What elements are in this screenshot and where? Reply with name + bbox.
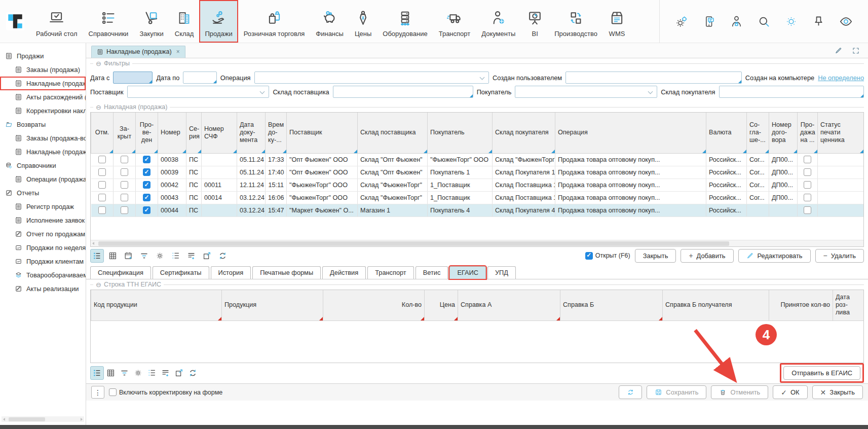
add-list-button[interactable] [159,366,172,380]
device-messages-icon[interactable] [702,15,716,28]
column-header[interactable]: Код продукции [91,290,222,320]
column-header[interactable]: Справка Б получателя [663,290,769,320]
brightness-icon[interactable] [784,15,798,28]
table-row[interactable]: 00043 ПС 00014 03.12.24 16:06 "ФьюженТор… [91,191,864,204]
detail-tab[interactable]: Транспорт [367,266,414,279]
collapse-icon[interactable]: ⊖ [96,60,101,67]
sidebar-item-request-fulfillment[interactable]: Исполнение заявок ( [0,213,86,227]
open-f6-checkbox[interactable]: Открыт (F6) [585,252,630,260]
sidebar-item-sales-by-week[interactable]: Продажи по неделям [0,241,86,255]
column-header[interactable]: Справка Б [560,290,663,320]
view-table-button[interactable] [106,249,120,263]
numbered-list-button[interactable] [145,366,159,380]
save-button[interactable]: Сохранить [647,385,706,399]
egais-group-header[interactable]: ⊖Строка ТТН ЕГАИС [86,279,868,290]
cancel-button[interactable]: Отменить [711,385,768,399]
filter-button[interactable] [118,366,131,380]
menu-item-retail[interactable]: Розничная торговля [238,0,311,43]
enable-correction-checkbox[interactable]: Включить корректировку на форме [109,388,222,396]
buyer-select[interactable] [515,86,657,98]
closed-checkbox[interactable] [121,156,128,163]
menu-item-finance[interactable]: Финансы [310,0,349,43]
mark-checkbox[interactable] [98,156,106,163]
posted-checkbox[interactable] [143,206,150,214]
detail-tab[interactable]: УПД [487,266,516,279]
column-header[interactable]: Статус печати ценника [818,113,864,153]
open-window-button[interactable] [200,249,214,263]
column-header[interactable]: Валюта [706,113,747,153]
detail-tab[interactable]: Ветис [416,266,448,279]
detail-tab[interactable]: Сертификаты [153,266,209,279]
collapse-icon[interactable]: ⊖ [96,281,101,289]
view-list-button[interactable] [90,249,104,263]
sidebar-item-reports[interactable]: Отчеты [0,186,86,200]
view-list-button[interactable] [90,366,104,380]
detail-tab[interactable]: Спецификация [90,266,151,279]
open-window-button[interactable] [172,366,186,380]
column-header[interactable]: Поставщик [287,113,358,153]
mark-checkbox[interactable] [98,206,106,214]
supplier-select[interactable] [127,86,270,98]
refresh-button[interactable] [216,249,230,263]
column-header[interactable]: Кол-во [323,290,425,320]
sale-checkbox[interactable] [804,194,811,201]
column-header[interactable]: Про- ве- ден [136,113,158,153]
table-row[interactable]: 00044 ПС 03.12.24 15:47 "Маркет Фьюжен" … [91,204,864,217]
detail-tab[interactable]: История [211,266,251,279]
posted-checkbox[interactable] [143,156,150,163]
menu-item-documents[interactable]: Документы [476,0,521,43]
sidebar-item-turnover[interactable]: Товарооборачиваем [0,268,86,282]
table-horizontal-scrollbar[interactable] [91,240,863,246]
sidebar-item-orders-sale[interactable]: Заказы (продажа) [0,63,86,77]
send-to-egais-button[interactable]: Отправить в ЕГАИС [783,366,860,380]
settings-button[interactable] [153,249,167,263]
menu-item-bi[interactable]: BI [521,0,549,43]
closed-checkbox[interactable] [121,194,128,201]
column-header[interactable]: Принятое кол-во [769,290,833,320]
pin-icon[interactable] [812,15,825,28]
view-table-button[interactable] [104,366,118,380]
menu-item-sales[interactable]: Продажи [199,0,238,43]
sidebar-item-operations-sale[interactable]: Операции (продажа) [0,172,86,186]
column-header[interactable]: Врем до- ку-... [266,113,287,153]
closed-checkbox[interactable] [121,181,128,189]
posted-checkbox[interactable] [143,181,150,189]
sidebar-item-invoices-return[interactable]: Накладные (продажа [0,145,86,159]
close-tab-icon[interactable]: × [176,48,180,55]
sidebar-item-sales-report[interactable]: Отчет по продажам [0,227,86,241]
refresh-button[interactable] [186,366,200,380]
delete-button[interactable]: −Удалить [815,249,864,263]
collapse-icon[interactable]: ⊖ [96,103,101,111]
search-icon[interactable] [757,15,771,28]
column-header[interactable]: Номер [158,113,186,153]
refresh-form-button[interactable] [619,385,642,399]
column-header[interactable]: Со- гла- ше-... [747,113,769,153]
table-row[interactable]: 00039 ПС 05.11.24 17:40 "Опт Фьюжен" ООО… [91,166,864,178]
menu-item-wms[interactable]: WMS [603,0,631,43]
add-list-button[interactable] [184,249,198,263]
user-lock-icon[interactable] [730,15,743,28]
column-header[interactable]: Операция [555,113,706,153]
mark-checkbox[interactable] [98,181,106,189]
sidebar-item-returns[interactable]: Возвраты [0,118,86,131]
menu-item-prices[interactable]: Цены [349,0,377,43]
settings-gears-icon[interactable] [675,15,689,28]
sidebar-horizontal-scrollbar[interactable] [2,416,84,422]
date-to-input[interactable] [183,72,217,84]
posted-checkbox[interactable] [143,168,150,176]
supplier-warehouse-input[interactable] [333,86,473,98]
sidebar-item-realization-acts[interactable]: Акты реализации [0,282,86,296]
sidebar-item-catalogs[interactable]: Справочники [0,159,86,172]
add-button[interactable]: +Добавить [681,249,733,263]
created-by-input[interactable] [565,72,742,84]
column-header[interactable]: Отм. [91,113,114,153]
mark-checkbox[interactable] [98,194,106,201]
column-header[interactable]: Покупатель [428,113,493,153]
filter-button[interactable] [137,249,151,263]
column-header[interactable]: Продукция [222,290,323,320]
sale-checkbox[interactable] [804,168,811,176]
column-header[interactable]: Номер СЧФ [202,113,237,153]
edit-pencil-icon[interactable] [835,47,843,55]
column-header[interactable]: За- крыт [114,113,136,153]
column-header[interactable]: Се- рия [186,113,202,153]
